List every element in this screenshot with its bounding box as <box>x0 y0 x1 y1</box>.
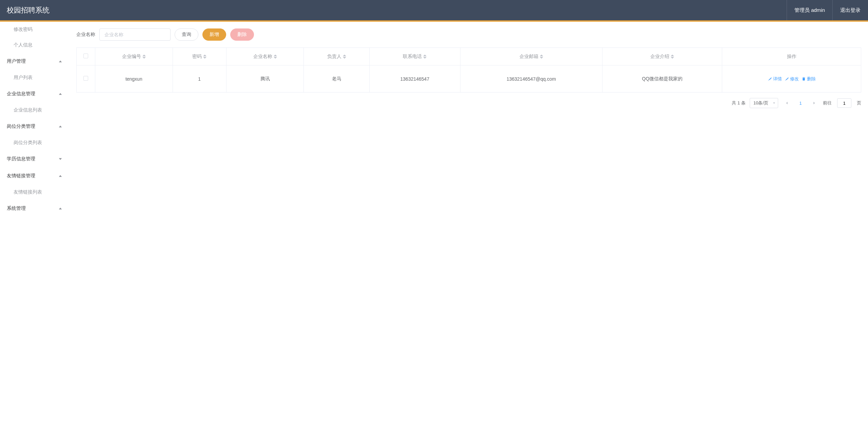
delete-link[interactable]: 删除 <box>802 76 816 82</box>
enterprise-table: 企业编号 密码 企业名称 负责人 联系电话 企业邮箱 企业介绍 操作 tengx… <box>76 47 861 93</box>
chevron-down-icon <box>58 157 63 161</box>
pagination: 共 1 条 10条/页 1 前往 页 <box>76 98 861 108</box>
table-header-row: 企业编号 密码 企业名称 负责人 联系电话 企业邮箱 企业介绍 操作 <box>77 48 861 65</box>
sidebar-group-system[interactable]: 系统管理 <box>0 200 70 217</box>
cell-principal: 老马 <box>304 65 369 93</box>
pagination-total: 共 1 条 <box>732 100 745 106</box>
select-all-checkbox[interactable] <box>83 54 88 58</box>
sort-icon <box>203 55 206 59</box>
search-input[interactable] <box>99 28 171 41</box>
sort-icon <box>423 55 427 59</box>
cell-name: 腾讯 <box>226 65 304 93</box>
sidebar-group-label: 岗位分类管理 <box>7 123 35 129</box>
row-checkbox[interactable] <box>83 76 88 81</box>
sort-icon <box>540 55 543 59</box>
main-content: 企业名称 查询 新增 删除 企业编号 密码 企业名称 负责人 联系电话 企业邮箱… <box>70 22 868 439</box>
row-select-cell <box>77 65 95 93</box>
sidebar-group-label: 系统管理 <box>7 205 26 212</box>
chevron-up-icon <box>58 92 63 96</box>
prev-page-button[interactable] <box>782 98 792 108</box>
app-title: 校园招聘系统 <box>0 5 50 15</box>
sidebar-item-enterprise-list[interactable]: 企业信息列表 <box>0 102 70 118</box>
col-header-email[interactable]: 企业邮箱 <box>460 48 602 65</box>
sort-icon <box>274 55 277 59</box>
sort-icon <box>671 55 674 59</box>
cell-phone: 13632146547 <box>369 65 460 93</box>
cell-actions: 详情 修改 删除 <box>722 65 861 93</box>
sidebar-group-enterprise[interactable]: 企业信息管理 <box>0 85 70 102</box>
sidebar-item-job-category-list[interactable]: 岗位分类列表 <box>0 135 70 151</box>
col-header-phone[interactable]: 联系电话 <box>369 48 460 65</box>
add-button[interactable]: 新增 <box>202 28 226 41</box>
sidebar-group-label: 学历信息管理 <box>7 156 35 162</box>
cell-code: tengxun <box>95 65 173 93</box>
page-size-select[interactable]: 10条/页 <box>750 98 778 108</box>
next-page-button[interactable] <box>809 98 819 108</box>
cell-email: 13632146547@qq.com <box>460 65 602 93</box>
sidebar-group-label: 用户管理 <box>7 58 26 64</box>
col-header-password[interactable]: 密码 <box>173 48 226 65</box>
sidebar-group-links[interactable]: 友情链接管理 <box>0 167 70 184</box>
page-jump-input[interactable] <box>837 98 851 108</box>
search-bar: 企业名称 查询 新增 删除 <box>76 28 861 41</box>
main-container: 修改密码 个人信息 用户管理 用户列表 企业信息管理 企业信息列表 岗位分类管理… <box>0 22 868 439</box>
page-number-current[interactable]: 1 <box>796 98 805 108</box>
sidebar-item-links-list[interactable]: 友情链接列表 <box>0 184 70 200</box>
sidebar-group-job-category[interactable]: 岗位分类管理 <box>0 118 70 135</box>
sidebar-item-profile[interactable]: 个人信息 <box>0 37 70 53</box>
detail-link[interactable]: 详情 <box>768 76 782 82</box>
chevron-up-icon <box>58 59 63 64</box>
col-header-principal[interactable]: 负责人 <box>304 48 369 65</box>
edit-icon <box>768 77 772 81</box>
sidebar-group-label: 友情链接管理 <box>7 173 35 179</box>
col-header-code[interactable]: 企业编号 <box>95 48 173 65</box>
chevron-up-icon <box>58 174 63 178</box>
sidebar-group-education[interactable]: 学历信息管理 <box>0 151 70 167</box>
col-header-name[interactable]: 企业名称 <box>226 48 304 65</box>
jump-prefix: 前往 <box>823 100 832 106</box>
chevron-down-icon <box>772 101 776 106</box>
select-all-header <box>77 48 95 65</box>
sidebar-item-user-list[interactable]: 用户列表 <box>0 70 70 85</box>
admin-user-button[interactable]: 管理员 admin <box>787 0 832 20</box>
chevron-right-icon <box>812 101 816 105</box>
chevron-left-icon <box>785 101 789 105</box>
sidebar-group-label: 企业信息管理 <box>7 91 35 97</box>
sidebar-group-user-mgmt[interactable]: 用户管理 <box>0 53 70 70</box>
cell-intro: QQ微信都是我家的 <box>602 65 722 93</box>
delete-button[interactable]: 删除 <box>230 28 254 41</box>
app-header: 校园招聘系统 管理员 admin 退出登录 <box>0 0 868 20</box>
sort-icon <box>343 55 346 59</box>
sidebar-item-change-password[interactable]: 修改密码 <box>0 22 70 37</box>
edit-icon <box>785 77 789 81</box>
logout-button[interactable]: 退出登录 <box>832 0 868 20</box>
col-header-actions: 操作 <box>722 48 861 65</box>
col-header-intro[interactable]: 企业介绍 <box>602 48 722 65</box>
table-row: tengxun 1 腾讯 老马 13632146547 13632146547@… <box>77 65 861 93</box>
chevron-up-icon <box>58 206 63 211</box>
cell-password: 1 <box>173 65 226 93</box>
jump-suffix: 页 <box>857 100 861 106</box>
sort-icon <box>142 55 146 59</box>
sidebar: 修改密码 个人信息 用户管理 用户列表 企业信息管理 企业信息列表 岗位分类管理… <box>0 22 70 439</box>
edit-link[interactable]: 修改 <box>785 76 799 82</box>
chevron-up-icon <box>58 124 63 129</box>
header-actions: 管理员 admin 退出登录 <box>787 0 868 20</box>
query-button[interactable]: 查询 <box>175 28 198 41</box>
trash-icon <box>802 77 806 81</box>
search-label: 企业名称 <box>76 32 95 38</box>
